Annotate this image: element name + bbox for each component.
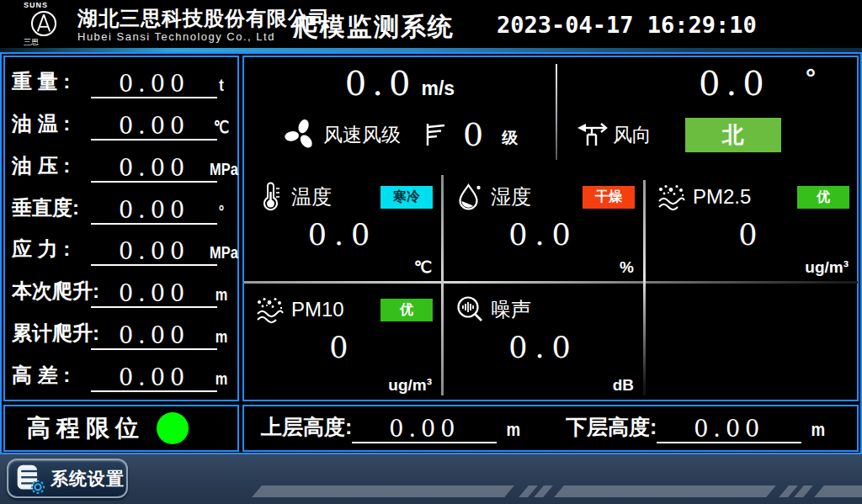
wind-level-unit: 级 <box>502 127 518 149</box>
metric-value: 0.00 <box>91 72 217 98</box>
humidity-cell: 湿度 干燥 0.0 % <box>444 171 643 281</box>
pm25-cell: PM2.5 优 0 ug/m³ <box>646 171 858 281</box>
noise-unit: dB <box>613 376 634 395</box>
metric-value: 0.00 <box>91 281 217 308</box>
metric-label: 油 温 : <box>12 110 70 137</box>
metric-label: 本次爬升: <box>12 278 99 305</box>
metric-value: 0.00 <box>91 365 217 392</box>
pm25-label: PM2.5 <box>693 185 751 209</box>
metric-label: 应 力 : <box>12 236 70 263</box>
wind-level-flag-icon <box>421 120 450 149</box>
metric-unit: t <box>210 76 233 95</box>
wind-speed-value: 0.0 <box>345 64 417 103</box>
wind-direction-value: 0.0 <box>699 64 770 103</box>
company-name: 湖北三思科技股份有限公司 Hubei Sansi Technology Co.,… <box>77 7 330 44</box>
pm10-label: PM10 <box>291 298 344 321</box>
logo-suns-text: SUNS <box>19 1 69 9</box>
pm10-status-badge: 优 <box>380 299 433 321</box>
noise-cell: 噪声 0.0 dB <box>444 284 643 399</box>
humidity-label: 湿度 <box>491 183 531 210</box>
company-name-en: Hubei Sansi Technology Co., Ltd <box>77 29 330 44</box>
metrics-panel: 重 量 : 0.00 t 油 温 : 0.00 ℃ 油 压 : 0.00 MPa… <box>3 56 239 401</box>
lower-height-value: 0.00 <box>657 416 801 443</box>
metric-label: 重 量 : <box>12 68 70 95</box>
upper-height-unit: m <box>507 419 521 443</box>
upper-height-value: 0.00 <box>352 416 497 443</box>
metric-value: 0.00 <box>91 114 217 141</box>
wind-vane-icon <box>576 119 609 152</box>
humidity-unit: % <box>620 258 634 277</box>
company-logo: SUNS 三思 <box>19 1 69 46</box>
footer-stripe <box>252 485 514 497</box>
metric-row-total-climb: 累计爬升: 0.00 m <box>7 312 236 354</box>
metric-value: 0.00 <box>91 239 217 266</box>
pm10-unit: ug/m³ <box>388 376 432 395</box>
fan-icon <box>283 117 318 152</box>
settings-button-label: 系统设置 <box>51 467 125 491</box>
metric-unit: MPa <box>210 160 233 179</box>
pm25-unit: ug/m³ <box>805 258 849 277</box>
lower-height-unit: m <box>811 419 826 443</box>
temperature-status-badge: 寒冷 <box>380 186 433 209</box>
climbing-formwork-monitor-screen: SUNS 三思 湖北三思科技股份有限公司 Hubei Sansi Technol… <box>0 0 862 504</box>
metric-value: 0.00 <box>91 323 217 350</box>
elevation-limit-panel: 高程限位 <box>3 405 239 452</box>
humidity-value: 0.0 <box>444 218 643 252</box>
metric-unit: m <box>210 327 233 347</box>
thermometer-icon <box>255 182 285 212</box>
settings-sliders-gear-icon <box>15 463 45 495</box>
environment-panel: 0.0m/s 风速风级 0 级 <box>242 56 859 401</box>
wind-level-row: 风速风级 0 级 <box>283 116 518 153</box>
wind-direction-reading: 北 <box>685 118 781 152</box>
lower-height-group: 下层高度: 0.00 m <box>566 413 827 443</box>
wind-speed-unit: m/s <box>421 77 455 99</box>
metric-label: 累计爬升: <box>12 320 99 347</box>
system-settings-button[interactable]: 系统设置 <box>7 459 128 498</box>
pm25-status-badge: 优 <box>797 186 849 209</box>
footer-bar: 系统设置 <box>0 454 862 504</box>
noise-meter-icon <box>455 294 485 325</box>
wind-speed-reading: 0.0m/s <box>244 64 556 103</box>
heights-panel: 上层高度: 0.00 m 下层高度: 0.00 m <box>242 405 859 452</box>
elevation-limit-label: 高程限位 <box>27 412 145 444</box>
metric-row-oil-pressure: 油 压 : 0.00 MPa <box>7 145 236 187</box>
page-title: 爬模监测系统 <box>293 10 455 45</box>
footer-stripe <box>554 485 776 497</box>
metric-unit: MPa <box>210 243 233 263</box>
wind-level-value: 0 <box>463 116 483 153</box>
metric-row-oil-temp: 油 温 : 0.00 ℃ <box>7 103 236 145</box>
wind-speed-label: 风速风级 <box>323 122 401 148</box>
metric-label: 垂直度: <box>12 194 79 221</box>
temperature-unit: ℃ <box>414 257 432 277</box>
metric-unit: m <box>210 369 233 389</box>
pm10-cell: PM10 优 0 ug/m³ <box>244 284 441 399</box>
metric-row-current-climb: 本次爬升: 0.00 m <box>7 270 236 312</box>
droplet-icon <box>455 182 485 212</box>
metric-label: 油 压 : <box>12 152 70 179</box>
metric-unit: ° <box>210 202 233 221</box>
logo-mark-icon <box>29 9 58 38</box>
temperature-cell: 温度 寒冷 0.0 ℃ <box>244 171 441 281</box>
metric-row-height-diff: 高 差 : 0.00 m <box>7 354 236 396</box>
particles-icon <box>255 294 285 325</box>
logo-sansi-text: 三思 <box>19 38 69 46</box>
pm10-value: 0 <box>244 331 441 364</box>
metric-value: 0.00 <box>91 198 217 225</box>
metric-row-stress: 应 力 : 0.00 MPa <box>7 229 236 271</box>
particles-icon <box>657 182 687 212</box>
upper-height-group: 上层高度: 0.00 m <box>261 413 522 443</box>
metric-unit: m <box>210 285 233 305</box>
lower-height-label: 下层高度: <box>566 413 657 443</box>
noise-label: 噪声 <box>491 296 531 323</box>
footer-stripe <box>794 485 813 497</box>
metric-unit: ℃ <box>210 117 233 137</box>
upper-height-label: 上层高度: <box>261 413 352 443</box>
footer-stripe <box>534 485 553 497</box>
wind-direction-unit: ° <box>806 64 816 93</box>
noise-value: 0.0 <box>444 331 643 364</box>
header: SUNS 三思 湖北三思科技股份有限公司 Hubei Sansi Technol… <box>0 0 862 48</box>
wind-speed-section: 0.0m/s 风速风级 0 级 <box>244 57 556 171</box>
metric-label: 高 差 : <box>12 362 70 389</box>
wind-direction-row: 风向 北 <box>576 118 781 152</box>
pm25-value: 0 <box>646 218 858 252</box>
